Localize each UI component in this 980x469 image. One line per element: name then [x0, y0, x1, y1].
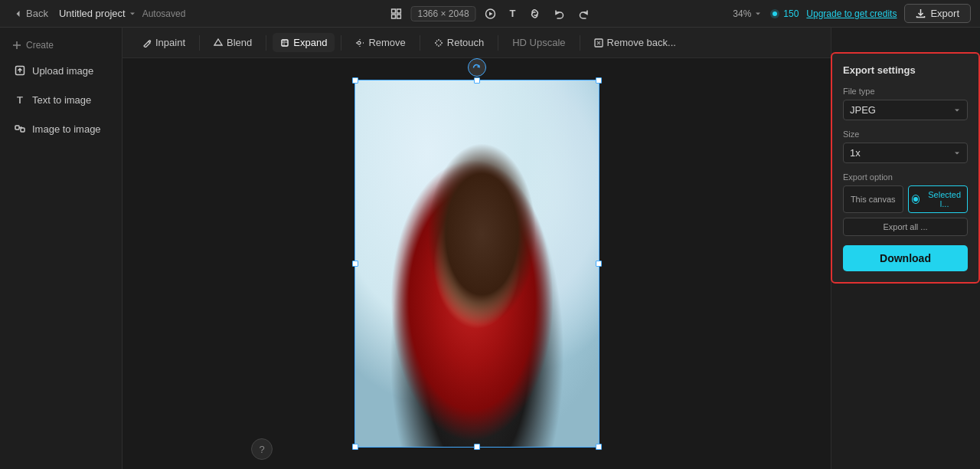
top-bar: Back Untitled project Autosaved 1366 × 2…: [0, 0, 980, 28]
canvas-area: Inpaint Blend Expand Remove Retouch: [122, 28, 831, 469]
svg-rect-9: [15, 126, 19, 130]
top-bar-right: 34% 150 Upgrade to get credits Export: [733, 4, 971, 23]
export-settings-panel: Export settings File type JPEG Size 1x E…: [831, 52, 980, 284]
play-button[interactable]: [481, 6, 501, 21]
expand-label: Expand: [293, 37, 327, 48]
hd-upscale-tool[interactable]: HD Upscale: [505, 33, 573, 52]
svg-rect-2: [391, 15, 395, 18]
radio-selected: [912, 195, 920, 204]
blend-tool[interactable]: Blend: [206, 33, 260, 52]
text-to-image-button[interactable]: T Text to image: [6, 87, 116, 112]
size-group: Size 1x: [843, 130, 968, 163]
main-area: Create Upload image T Text to image Imag…: [0, 28, 980, 469]
separator-1: [199, 35, 200, 51]
fit-view-button[interactable]: [386, 6, 406, 21]
svg-rect-1: [397, 9, 400, 13]
hd-upscale-label: HD Upscale: [512, 37, 565, 48]
export-option-group: Export option This canvas Selected l...: [843, 172, 968, 236]
retouch-tool[interactable]: Retouch: [426, 33, 492, 52]
export-all-option[interactable]: Export all ...: [843, 218, 968, 236]
size-label: Size: [843, 130, 968, 139]
upload-image-button[interactable]: Upload image: [6, 58, 116, 83]
download-button[interactable]: Download: [843, 245, 968, 271]
text-icon: T: [14, 93, 26, 106]
upgrade-button[interactable]: Upgrade to get credits: [806, 8, 897, 19]
autosaved-label: Autosaved: [142, 8, 186, 19]
svg-rect-12: [282, 40, 288, 46]
export-top-button[interactable]: Export: [904, 4, 971, 23]
create-section-label: Create: [6, 37, 116, 54]
export-option-row-2: Export all ...: [843, 218, 968, 236]
remove-label: Remove: [368, 37, 405, 48]
left-sidebar: Create Upload image T Text to image Imag…: [0, 28, 122, 469]
file-type-group: File type JPEG: [843, 87, 968, 120]
remove-tool[interactable]: Remove: [348, 33, 413, 52]
image-to-image-button[interactable]: Image to image: [6, 116, 116, 141]
undo-button[interactable]: [550, 6, 570, 21]
selected-layer-option[interactable]: Selected l...: [908, 185, 969, 213]
blend-label: Blend: [227, 37, 252, 48]
separator-4: [420, 35, 420, 51]
export-option-label: Export option: [843, 172, 968, 182]
back-label: Back: [26, 8, 48, 19]
svg-rect-0: [391, 9, 395, 13]
upload-image-label: Upload image: [32, 65, 93, 77]
export-panel-title: Export settings: [843, 64, 968, 76]
svg-marker-11: [214, 39, 222, 45]
export-option-row-1: This canvas Selected l...: [843, 185, 968, 213]
size-value: 1x: [850, 147, 861, 159]
image-to-image-icon: [14, 123, 26, 135]
dimension-display: 1366 × 2048: [410, 6, 475, 21]
project-name[interactable]: Untitled project: [59, 8, 136, 19]
remove-back-label: Remove back...: [607, 37, 676, 48]
text-to-image-label: Text to image: [32, 94, 91, 106]
expand-tool[interactable]: Expand: [273, 33, 335, 52]
top-bar-left: Back Untitled project Autosaved: [9, 6, 185, 21]
rotate-handle[interactable]: [468, 58, 486, 77]
size-select[interactable]: 1x: [843, 143, 968, 163]
back-button[interactable]: Back: [9, 6, 53, 21]
help-button[interactable]: ?: [251, 438, 273, 460]
credits-count: 150: [783, 8, 799, 19]
file-type-select[interactable]: JPEG: [843, 100, 968, 120]
tools-bar: Inpaint Blend Expand Remove Retouch: [122, 28, 831, 58]
file-type-label: File type: [843, 87, 968, 96]
remove-back-tool[interactable]: Remove back...: [586, 33, 684, 52]
inpaint-tool[interactable]: Inpaint: [135, 33, 193, 52]
separator-2: [266, 35, 266, 51]
zoom-value: 34%: [733, 8, 751, 19]
link-tool-button[interactable]: [525, 6, 545, 21]
this-canvas-option[interactable]: This canvas: [843, 185, 903, 213]
zoom-control[interactable]: 34%: [733, 8, 762, 19]
export-options: This canvas Selected l... Export all ...: [843, 185, 968, 236]
right-panel-wrapper: Export settings File type JPEG Size 1x E…: [831, 28, 980, 469]
export-top-label: Export: [930, 8, 959, 19]
canvas-viewport[interactable]: [122, 58, 831, 469]
svg-marker-5: [489, 11, 493, 15]
separator-3: [341, 35, 341, 51]
top-bar-center: 1366 × 2048 T: [386, 5, 593, 21]
canvas-image: [354, 80, 599, 448]
separator-5: [498, 35, 498, 51]
svg-rect-3: [397, 15, 400, 18]
retouch-label: Retouch: [447, 37, 484, 48]
image-to-image-label: Image to image: [32, 123, 101, 135]
text-tool-button[interactable]: T: [505, 5, 521, 21]
file-type-value: JPEG: [850, 104, 876, 116]
redo-button[interactable]: [574, 6, 594, 21]
separator-6: [580, 35, 580, 51]
credits-badge: 150: [769, 8, 799, 19]
svg-point-7: [773, 11, 777, 16]
inpaint-label: Inpaint: [155, 37, 185, 48]
upload-icon: [14, 64, 26, 77]
